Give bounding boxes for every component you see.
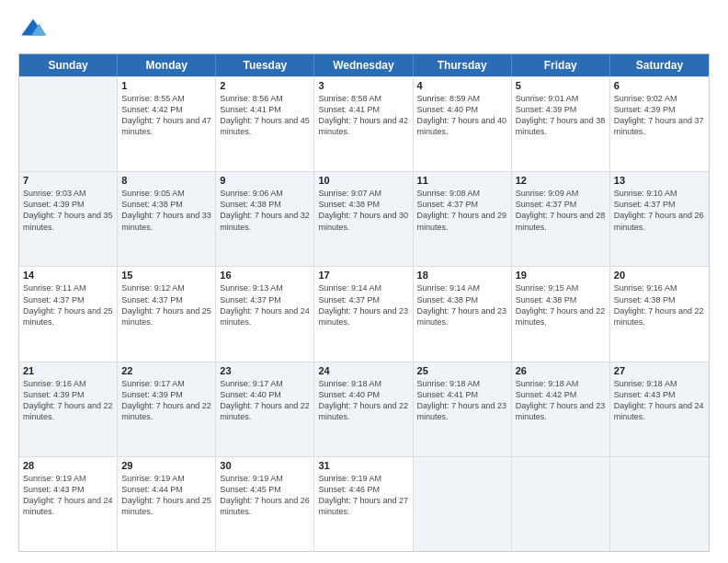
cal-header-saturday: Saturday [610, 54, 709, 76]
cal-cell: 30Sunrise: 9:19 AMSunset: 4:45 PMDayligh… [216, 457, 314, 551]
day-number: 27 [614, 365, 705, 376]
day-info: Sunrise: 9:19 AMSunset: 4:45 PMDaylight:… [220, 473, 310, 518]
cal-week-4: 21Sunrise: 9:16 AMSunset: 4:39 PMDayligh… [19, 362, 709, 456]
cal-week-2: 7Sunrise: 9:03 AMSunset: 4:39 PMDaylight… [19, 171, 709, 266]
day-info: Sunrise: 9:17 AMSunset: 4:39 PMDaylight:… [121, 378, 211, 423]
day-info: Sunrise: 9:17 AMSunset: 4:40 PMDaylight:… [220, 378, 310, 423]
cal-header-thursday: Thursday [414, 54, 512, 76]
cal-cell: 21Sunrise: 9:16 AMSunset: 4:39 PMDayligh… [19, 362, 118, 456]
cal-cell: 22Sunrise: 9:17 AMSunset: 4:39 PMDayligh… [118, 362, 216, 456]
day-info: Sunrise: 9:18 AMSunset: 4:43 PMDaylight:… [614, 378, 705, 423]
day-number: 5 [516, 80, 606, 91]
day-info: Sunrise: 9:10 AMSunset: 4:37 PMDaylight:… [614, 188, 705, 233]
day-info: Sunrise: 9:18 AMSunset: 4:41 PMDaylight:… [417, 378, 507, 423]
day-info: Sunrise: 9:19 AMSunset: 4:43 PMDaylight:… [23, 473, 113, 518]
day-number: 9 [220, 175, 310, 186]
day-info: Sunrise: 9:19 AMSunset: 4:46 PMDaylight:… [318, 473, 408, 518]
day-number: 31 [318, 460, 408, 471]
day-info: Sunrise: 9:15 AMSunset: 4:38 PMDaylight:… [516, 282, 606, 327]
cal-cell: 20Sunrise: 9:16 AMSunset: 4:38 PMDayligh… [610, 267, 709, 361]
day-number: 6 [614, 80, 705, 91]
header [18, 15, 710, 44]
cal-header-sunday: Sunday [19, 54, 118, 76]
cal-cell: 2Sunrise: 8:56 AMSunset: 4:41 PMDaylight… [216, 77, 314, 171]
day-info: Sunrise: 9:19 AMSunset: 4:44 PMDaylight:… [121, 473, 211, 518]
cal-cell: 12Sunrise: 9:09 AMSunset: 4:37 PMDayligh… [512, 172, 610, 266]
day-number: 18 [417, 270, 507, 281]
cal-cell: 1Sunrise: 8:55 AMSunset: 4:42 PMDaylight… [118, 77, 216, 171]
calendar-body: 1Sunrise: 8:55 AMSunset: 4:42 PMDaylight… [19, 76, 709, 551]
cal-header-monday: Monday [118, 54, 216, 76]
day-number: 11 [417, 175, 507, 186]
day-number: 20 [614, 270, 705, 281]
day-info: Sunrise: 9:18 AMSunset: 4:40 PMDaylight:… [318, 378, 408, 423]
cal-cell: 25Sunrise: 9:18 AMSunset: 4:41 PMDayligh… [414, 362, 512, 456]
cal-cell [19, 77, 118, 171]
logo-icon [18, 15, 48, 44]
cal-week-5: 28Sunrise: 9:19 AMSunset: 4:43 PMDayligh… [19, 456, 709, 551]
day-number: 12 [516, 175, 606, 186]
cal-cell: 16Sunrise: 9:13 AMSunset: 4:37 PMDayligh… [216, 267, 314, 361]
day-info: Sunrise: 8:58 AMSunset: 4:41 PMDaylight:… [318, 93, 408, 138]
cal-cell: 13Sunrise: 9:10 AMSunset: 4:37 PMDayligh… [610, 172, 709, 266]
day-number: 23 [220, 365, 310, 376]
cal-cell [610, 457, 709, 551]
cal-week-1: 1Sunrise: 8:55 AMSunset: 4:42 PMDaylight… [19, 76, 709, 171]
cal-cell: 5Sunrise: 9:01 AMSunset: 4:39 PMDaylight… [512, 77, 610, 171]
cal-cell: 28Sunrise: 9:19 AMSunset: 4:43 PMDayligh… [19, 457, 118, 551]
logo [18, 15, 51, 44]
cal-cell: 10Sunrise: 9:07 AMSunset: 4:38 PMDayligh… [314, 172, 413, 266]
day-number: 4 [417, 80, 507, 91]
day-info: Sunrise: 9:03 AMSunset: 4:39 PMDaylight:… [23, 188, 113, 233]
cal-cell [512, 457, 610, 551]
cal-cell: 7Sunrise: 9:03 AMSunset: 4:39 PMDaylight… [19, 172, 118, 266]
day-number: 3 [318, 80, 408, 91]
cal-cell: 18Sunrise: 9:14 AMSunset: 4:38 PMDayligh… [414, 267, 512, 361]
day-info: Sunrise: 9:13 AMSunset: 4:37 PMDaylight:… [220, 282, 310, 327]
page: SundayMondayTuesdayWednesdayThursdayFrid… [0, 0, 728, 563]
cal-cell [414, 457, 512, 551]
day-number: 13 [614, 175, 705, 186]
day-number: 25 [417, 365, 507, 376]
day-number: 26 [516, 365, 606, 376]
cal-cell: 3Sunrise: 8:58 AMSunset: 4:41 PMDaylight… [314, 77, 413, 171]
cal-cell: 24Sunrise: 9:18 AMSunset: 4:40 PMDayligh… [314, 362, 413, 456]
day-number: 21 [23, 365, 113, 376]
cal-cell: 27Sunrise: 9:18 AMSunset: 4:43 PMDayligh… [610, 362, 709, 456]
day-number: 24 [318, 365, 408, 376]
day-number: 29 [121, 460, 211, 471]
calendar-header-row: SundayMondayTuesdayWednesdayThursdayFrid… [19, 54, 709, 76]
day-info: Sunrise: 9:14 AMSunset: 4:38 PMDaylight:… [417, 282, 507, 327]
day-info: Sunrise: 9:09 AMSunset: 4:37 PMDaylight:… [516, 188, 606, 233]
day-number: 10 [318, 175, 408, 186]
cal-cell: 4Sunrise: 8:59 AMSunset: 4:40 PMDaylight… [414, 77, 512, 171]
calendar: SundayMondayTuesdayWednesdayThursdayFrid… [18, 53, 710, 552]
day-info: Sunrise: 9:07 AMSunset: 4:38 PMDaylight:… [318, 188, 408, 233]
day-info: Sunrise: 9:16 AMSunset: 4:39 PMDaylight:… [23, 378, 113, 423]
cal-cell: 29Sunrise: 9:19 AMSunset: 4:44 PMDayligh… [118, 457, 216, 551]
cal-cell: 8Sunrise: 9:05 AMSunset: 4:38 PMDaylight… [118, 172, 216, 266]
day-info: Sunrise: 9:12 AMSunset: 4:37 PMDaylight:… [121, 282, 211, 327]
day-number: 14 [23, 270, 113, 281]
day-info: Sunrise: 9:02 AMSunset: 4:39 PMDaylight:… [614, 93, 705, 138]
cal-cell: 31Sunrise: 9:19 AMSunset: 4:46 PMDayligh… [314, 457, 413, 551]
cal-cell: 15Sunrise: 9:12 AMSunset: 4:37 PMDayligh… [118, 267, 216, 361]
cal-cell: 26Sunrise: 9:18 AMSunset: 4:42 PMDayligh… [512, 362, 610, 456]
cal-cell: 11Sunrise: 9:08 AMSunset: 4:37 PMDayligh… [414, 172, 512, 266]
day-info: Sunrise: 9:14 AMSunset: 4:37 PMDaylight:… [318, 282, 408, 327]
cal-cell: 19Sunrise: 9:15 AMSunset: 4:38 PMDayligh… [512, 267, 610, 361]
cal-header-tuesday: Tuesday [216, 54, 314, 76]
day-number: 16 [220, 270, 310, 281]
day-info: Sunrise: 8:56 AMSunset: 4:41 PMDaylight:… [220, 93, 310, 138]
day-info: Sunrise: 8:59 AMSunset: 4:40 PMDaylight:… [417, 93, 507, 138]
day-info: Sunrise: 9:16 AMSunset: 4:38 PMDaylight:… [614, 282, 705, 327]
day-number: 28 [23, 460, 113, 471]
cal-cell: 23Sunrise: 9:17 AMSunset: 4:40 PMDayligh… [216, 362, 314, 456]
cal-cell: 9Sunrise: 9:06 AMSunset: 4:38 PMDaylight… [216, 172, 314, 266]
day-number: 15 [121, 270, 211, 281]
cal-week-3: 14Sunrise: 9:11 AMSunset: 4:37 PMDayligh… [19, 266, 709, 361]
day-number: 2 [220, 80, 310, 91]
cal-header-wednesday: Wednesday [314, 54, 413, 76]
day-info: Sunrise: 8:55 AMSunset: 4:42 PMDaylight:… [121, 93, 211, 138]
day-number: 17 [318, 270, 408, 281]
